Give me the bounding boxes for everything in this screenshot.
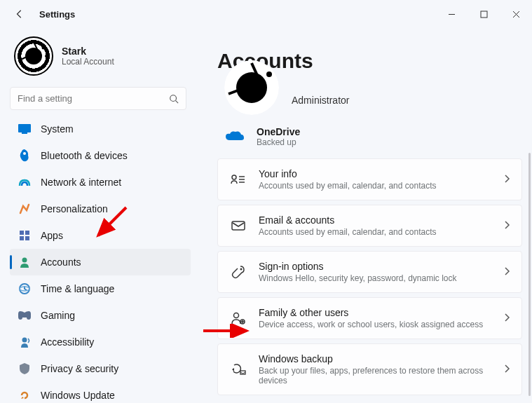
nav-icon <box>18 256 31 268</box>
onedrive-status: Backed up <box>257 137 300 147</box>
svg-rect-6 <box>18 124 31 132</box>
svg-point-18 <box>236 72 267 103</box>
nav-item-system[interactable]: System <box>10 116 191 142</box>
nav-item-apps[interactable]: Apps <box>10 222 191 249</box>
card-subtitle: Windows Hello, security key, password, d… <box>259 273 492 283</box>
card-email-accounts[interactable]: Email & accountsAccounts used by email, … <box>217 205 522 247</box>
onedrive-block[interactable]: OneDrive Backed up <box>196 122 522 158</box>
svg-point-25 <box>240 268 243 271</box>
svg-point-3 <box>42 46 46 50</box>
nav-label: Privacy & security <box>41 363 118 374</box>
nav-list: SystemBluetooth & devicesNetwork & inter… <box>10 116 191 403</box>
search-box[interactable] <box>10 87 186 110</box>
nav-icon <box>18 176 31 189</box>
card-title: Your info <box>259 168 492 179</box>
nav-icon <box>18 203 31 215</box>
maximize-button[interactable] <box>468 0 500 28</box>
card-title: Sign-in options <box>259 261 492 272</box>
nav-label: System <box>41 123 74 135</box>
nav-item-personalization[interactable]: Personalization <box>10 196 191 222</box>
profile-type: Local Account <box>62 57 114 67</box>
card-icon <box>231 310 246 326</box>
window-title: Settings <box>39 9 75 20</box>
svg-rect-1 <box>481 11 487 18</box>
nav-icon <box>18 123 31 135</box>
minimize-button[interactable] <box>435 0 468 28</box>
main-content: Accounts Administrator OneDrive Backed u… <box>196 28 532 403</box>
nav-item-network-internet[interactable]: Network & internet <box>10 169 191 196</box>
nav-label: Bluetooth & devices <box>41 150 128 161</box>
nav-icon <box>18 362 31 375</box>
settings-cards: Your infoAccounts used by email, calenda… <box>196 158 522 395</box>
nav-item-privacy-security[interactable]: Privacy & security <box>10 355 191 382</box>
card-title: Email & accounts <box>259 214 492 226</box>
card-subtitle: Back up your files, apps, preferences to… <box>259 366 492 385</box>
nav-item-time-language[interactable]: Time & language <box>10 275 191 302</box>
close-button[interactable] <box>500 0 532 28</box>
search-input[interactable] <box>18 93 163 104</box>
nav-label: Network & internet <box>41 177 121 188</box>
nav-label: Personalization <box>41 203 108 214</box>
profile-name: Stark <box>62 46 114 57</box>
nav-item-gaming[interactable]: Gaming <box>10 302 191 329</box>
profile-block[interactable]: Stark Local Account <box>10 32 196 86</box>
svg-rect-10 <box>25 231 29 235</box>
chevron-right-icon <box>505 313 510 324</box>
scrollbar[interactable] <box>528 153 531 396</box>
svg-point-4 <box>170 95 177 101</box>
account-role: Administrator <box>292 95 349 106</box>
card-icon <box>231 264 246 280</box>
titlebar: Settings <box>0 0 532 28</box>
svg-rect-24 <box>232 221 245 230</box>
onedrive-title: OneDrive <box>257 126 300 137</box>
svg-line-5 <box>176 100 179 103</box>
nav-item-accessibility[interactable]: Accessibility <box>10 329 191 355</box>
card-icon <box>231 362 246 377</box>
onedrive-icon <box>226 130 244 143</box>
nav-item-accounts[interactable]: Accounts <box>10 249 191 275</box>
svg-rect-9 <box>20 231 24 235</box>
nav-icon <box>18 149 31 162</box>
nav-icon <box>18 309 31 322</box>
svg-point-16 <box>22 338 27 343</box>
svg-point-13 <box>22 258 27 263</box>
chevron-right-icon <box>505 220 510 231</box>
svg-rect-12 <box>25 236 29 240</box>
card-subtitle: Device access, work or school users, kio… <box>259 320 492 329</box>
nav-label: Accessibility <box>41 336 94 348</box>
svg-point-19 <box>266 71 272 77</box>
svg-rect-7 <box>22 132 27 134</box>
nav-icon <box>18 282 31 295</box>
card-your-info[interactable]: Your infoAccounts used by email, calenda… <box>217 158 522 200</box>
nav-icon <box>18 389 31 402</box>
chevron-right-icon <box>505 364 510 375</box>
account-avatar <box>224 60 279 115</box>
card-title: Windows backup <box>259 353 492 364</box>
svg-rect-11 <box>20 236 24 240</box>
chevron-right-icon <box>505 174 510 185</box>
svg-point-20 <box>232 175 236 179</box>
chevron-right-icon <box>505 266 510 278</box>
card-subtitle: Accounts used by email, calendar, and co… <box>259 181 492 191</box>
back-button[interactable] <box>10 4 29 24</box>
card-sign-in-options[interactable]: Sign-in optionsWindows Hello, security k… <box>217 251 522 293</box>
card-title: Family & other users <box>259 307 492 318</box>
nav-item-windows-update[interactable]: Windows Update <box>10 382 191 403</box>
nav-label: Apps <box>41 230 63 241</box>
nav-icon <box>18 229 31 242</box>
nav-label: Accounts <box>41 257 81 268</box>
nav-label: Gaming <box>41 310 75 321</box>
card-windows-backup[interactable]: Windows backupBack up your files, apps, … <box>217 343 522 395</box>
card-subtitle: Accounts used by email, calendar, and co… <box>259 227 492 237</box>
nav-item-bluetooth-devices[interactable]: Bluetooth & devices <box>10 142 191 169</box>
svg-point-26 <box>234 313 239 318</box>
account-header: Administrator <box>196 86 522 115</box>
nav-label: Time & language <box>41 283 114 294</box>
card-icon <box>231 218 246 233</box>
window-controls <box>435 0 532 28</box>
nav-icon <box>18 336 31 348</box>
card-family-other-users[interactable]: Family & other usersDevice access, work … <box>217 297 522 339</box>
sidebar: Stark Local Account SystemBluetooth & de… <box>0 28 196 403</box>
search-icon <box>169 94 179 104</box>
avatar <box>14 36 53 76</box>
